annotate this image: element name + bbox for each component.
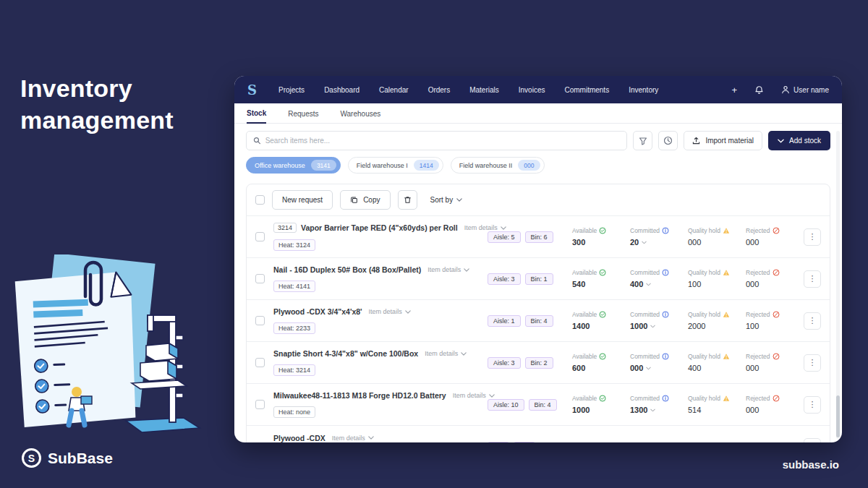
warehouse-count-badge: 000 xyxy=(518,160,540,171)
chevron-down-icon xyxy=(650,325,655,328)
item-details-toggle[interactable]: Item details xyxy=(453,392,495,399)
row-menu-button[interactable]: ⋮ xyxy=(804,354,821,372)
item-id-badge: 3214 xyxy=(273,223,297,233)
check-circle-icon xyxy=(599,311,606,318)
filter-button[interactable] xyxy=(633,131,652,150)
warning-triangle-icon xyxy=(723,395,730,402)
block-circle-icon xyxy=(773,311,780,318)
info-circle-icon xyxy=(662,311,669,318)
row-checkbox[interactable] xyxy=(255,400,265,409)
row-menu-button[interactable]: ⋮ xyxy=(804,270,821,288)
row-checkbox[interactable] xyxy=(255,442,265,443)
rejected-value: 000 xyxy=(746,364,804,372)
table-row: Milwaukee48-11-1813 M18 Forge HD12.0 Bat… xyxy=(247,384,830,426)
chevron-down-icon xyxy=(461,352,467,356)
item-name: Plywood -CDX xyxy=(273,434,326,442)
app-window: S Projects Dashboard Calendar Orders Mat… xyxy=(234,76,842,442)
committed-value[interactable]: 400 xyxy=(630,280,688,288)
row-checkbox[interactable] xyxy=(255,358,265,367)
warehouse-count-badge: 1414 xyxy=(414,160,439,171)
chevron-down-icon xyxy=(646,367,651,370)
row-menu-button[interactable]: ⋮ xyxy=(804,438,821,442)
row-checkbox[interactable] xyxy=(255,316,265,325)
rejected-value: 000 xyxy=(746,280,804,288)
rejected-value: 000 xyxy=(746,238,804,247)
warning-triangle-icon xyxy=(723,227,730,234)
sort-by-dropdown[interactable]: Sort by xyxy=(430,196,463,204)
item-details-toggle[interactable]: Item details xyxy=(425,350,467,357)
item-name: Nail - 16D Duplex 50# Box (48 Box/Pallet… xyxy=(273,265,421,274)
available-value: 540 xyxy=(572,280,630,288)
quality-hold-value: 2000 xyxy=(688,322,746,330)
row-checkbox[interactable] xyxy=(255,232,265,241)
tab-warehouses[interactable]: Warehouses xyxy=(340,110,380,123)
import-material-button[interactable]: Import material xyxy=(684,131,762,150)
warehouse-chip-field-1[interactable]: Field warehouse I 1414 xyxy=(348,157,443,174)
scrollbar-thumb[interactable] xyxy=(836,395,840,437)
aisle-chip: Aisle: 1 xyxy=(488,315,521,327)
info-circle-icon xyxy=(662,227,669,234)
row-menu-button[interactable]: ⋮ xyxy=(804,228,821,246)
available-value: 300 xyxy=(572,238,630,247)
block-circle-icon xyxy=(773,353,780,360)
nav-item-calendar[interactable]: Calendar xyxy=(379,86,409,94)
nav-item-inventory[interactable]: Inventory xyxy=(629,86,658,94)
info-circle-icon xyxy=(662,395,669,402)
top-nav: S Projects Dashboard Calendar Orders Mat… xyxy=(234,76,842,103)
rejected-value: 000 xyxy=(746,406,804,414)
rejected-value: 100 xyxy=(746,322,804,330)
nav-item-dashboard[interactable]: Dashboard xyxy=(324,86,359,94)
table-row: 3214 Vapor Barrier Tape RED (4"x60yds) p… xyxy=(247,216,830,258)
user-icon xyxy=(781,85,790,94)
aisle-chip: Aisle: 3 xyxy=(488,357,521,369)
select-all-checkbox[interactable] xyxy=(255,195,265,205)
history-button[interactable] xyxy=(658,131,678,150)
row-checkbox[interactable] xyxy=(255,274,265,283)
delete-button[interactable] xyxy=(398,190,417,210)
trash-icon xyxy=(404,196,412,204)
item-details-toggle[interactable]: Item details xyxy=(464,224,506,231)
table-row: Nail - 16D Duplex 50# Box (48 Box/Pallet… xyxy=(247,258,830,300)
item-name: Vapor Barrier Tape RED (4"x60yds) per Ro… xyxy=(301,223,458,232)
nav-item-projects[interactable]: Projects xyxy=(278,86,305,94)
user-menu[interactable]: User name xyxy=(781,85,829,94)
page-title: Inventory management xyxy=(20,72,216,136)
item-details-toggle[interactable]: Item details xyxy=(369,308,411,315)
tab-requests[interactable]: Requests xyxy=(288,110,318,123)
nav-item-orders[interactable]: Orders xyxy=(428,86,451,94)
committed-value[interactable]: 000 xyxy=(630,364,688,372)
row-menu-button[interactable]: ⋮ xyxy=(804,396,821,414)
tab-stock[interactable]: Stock xyxy=(247,109,266,124)
bell-icon[interactable] xyxy=(754,85,764,95)
committed-value[interactable]: 1300 xyxy=(630,406,688,414)
row-menu-button[interactable]: ⋮ xyxy=(804,312,821,330)
warehouse-chip-field-2[interactable]: Field warehouse II 000 xyxy=(451,157,545,174)
search-input[interactable] xyxy=(265,137,621,145)
nav-item-invoices[interactable]: Invoices xyxy=(519,86,545,94)
aisle-chip xyxy=(488,442,509,443)
warehouse-illustration xyxy=(4,254,211,435)
new-request-button[interactable]: New request xyxy=(272,190,333,210)
table-row: Plywood -CDX 3/4"x4'x8' Item details Hea… xyxy=(247,300,830,342)
item-details-toggle[interactable]: Item details xyxy=(332,435,374,442)
check-circle-icon xyxy=(599,353,606,360)
check-circle-icon xyxy=(599,269,606,276)
bin-chip: Bin: 6 xyxy=(525,231,553,243)
nav-item-commitments[interactable]: Commitments xyxy=(564,86,609,94)
add-stock-button[interactable]: Add stock xyxy=(768,131,830,150)
item-name: Snaptie Short 4-3/4"x8" w/Cone 100/Box xyxy=(273,349,418,358)
committed-value[interactable]: 20 xyxy=(630,238,688,247)
info-circle-icon xyxy=(662,269,669,276)
tab-bar: Stock Requests Warehouses xyxy=(234,103,842,124)
item-details-toggle[interactable]: Item details xyxy=(427,266,469,273)
clock-icon xyxy=(663,136,673,145)
warehouse-chip-office[interactable]: Office warehouse 3141 xyxy=(246,157,341,174)
copy-button[interactable]: Copy xyxy=(340,190,390,210)
add-icon[interactable]: + xyxy=(732,85,738,95)
committed-value[interactable]: 1000 xyxy=(630,322,688,330)
brand-logo: S SubBase xyxy=(22,448,113,468)
nav-item-materials[interactable]: Materials xyxy=(469,86,499,94)
nav-menu: Projects Dashboard Calendar Orders Mater… xyxy=(278,86,658,94)
scrollbar[interactable] xyxy=(836,131,840,439)
chevron-down-icon xyxy=(650,408,655,412)
